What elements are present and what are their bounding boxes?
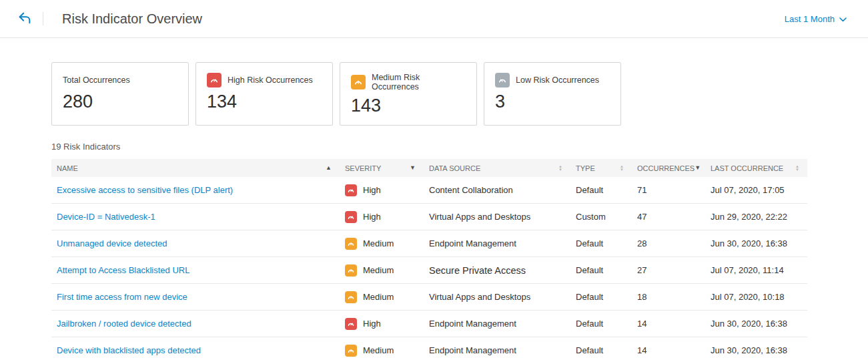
last-occurrence-cell: Jun 29, 2020, 22:22	[705, 212, 807, 222]
last-occurrence-cell: Jul 07, 2020, 10:18	[705, 292, 807, 302]
occurrences-cell: 28	[632, 238, 705, 248]
occurrences-cell: 18	[632, 292, 705, 302]
last-occurrence-cell: Jun 30, 2020, 16:38	[705, 238, 807, 248]
back-button[interactable]	[13, 7, 36, 30]
occurrences-cell: 14	[632, 319, 705, 329]
data-source-cell: Endpoint Management	[424, 238, 570, 248]
severity-label: High	[363, 185, 381, 195]
type-cell: Default	[570, 238, 632, 248]
gauge-medium-icon	[351, 75, 366, 89]
severity-label: High	[363, 319, 381, 329]
last-occurrence-cell: Jul 07, 2020, 11:14	[705, 265, 807, 275]
sort-descending-icon: ▼	[695, 165, 701, 171]
risk-indicator-link[interactable]: Excessive access to sensitive files (DLP…	[57, 185, 233, 195]
card-value: 143	[351, 96, 466, 116]
sort-ascending-icon: ▲	[326, 165, 332, 171]
severity-label: Medium	[363, 265, 394, 275]
data-source-cell: Endpoint Management	[424, 319, 570, 329]
type-cell: Default	[570, 185, 632, 195]
type-cell: Default	[570, 265, 632, 275]
risk-indicator-link[interactable]: Unmanaged device detected	[57, 238, 167, 248]
data-source-cell: Endpoint Management	[424, 345, 570, 355]
card-total-occurrences: Total Occurrences 280	[51, 62, 189, 126]
table-row: Unmanaged device detected Medium Endpoin…	[51, 230, 807, 257]
filter-dropdown-icon: ▼	[410, 165, 416, 171]
main-content: Total Occurrences 280 High Risk Occurren…	[0, 38, 868, 360]
column-header-name[interactable]: NAME ▲	[51, 159, 340, 177]
sort-icon: ▲▼	[795, 165, 799, 172]
data-source-cell: Virtual Apps and Desktops	[424, 292, 570, 302]
gauge-icon	[345, 345, 357, 357]
summary-cards: Total Occurrences 280 High Risk Occurren…	[51, 62, 868, 126]
occurrences-cell: 71	[632, 185, 705, 195]
risk-indicator-link[interactable]: Device with blacklisted apps detected	[57, 345, 201, 355]
severity-label: Medium	[363, 292, 394, 302]
last-occurrence-cell: Jun 30, 2020, 16:38	[705, 319, 807, 329]
occurrences-cell: 47	[632, 212, 705, 222]
sort-icon: ▲▼	[620, 165, 624, 172]
gauge-icon	[345, 318, 357, 330]
type-cell: Custom	[570, 212, 632, 222]
column-header-occurrences[interactable]: OCCURRENCES ▼	[632, 159, 705, 177]
gauge-icon	[345, 291, 357, 303]
card-high-risk-occurrences: High Risk Occurrences 134	[195, 62, 333, 126]
table-row: Attempt to Access Blacklisted URL Medium…	[51, 257, 807, 284]
column-header-last-occurrence[interactable]: LAST OCCURRENCE ▲▼	[705, 159, 807, 177]
gauge-icon	[345, 264, 357, 277]
divider	[43, 12, 43, 25]
card-value: 280	[63, 92, 177, 112]
time-filter-dropdown[interactable]: Last 1 Month	[779, 11, 852, 27]
data-source-cell: Virtual Apps and Desktops	[424, 212, 570, 222]
time-filter-label: Last 1 Month	[785, 14, 835, 24]
top-bar: Risk Indicator Overview Last 1 Month	[0, 0, 868, 38]
data-source-cell: Secure Private Access	[424, 265, 570, 276]
data-source-cell: Content Collaboration	[424, 185, 570, 195]
table-row: First time access from new device Medium…	[51, 284, 807, 311]
type-cell: Default	[570, 345, 632, 355]
card-label: High Risk Occurrences	[228, 75, 313, 85]
card-label: Medium Risk Occurrences	[372, 73, 466, 92]
table-row: Jailbroken / rooted device detected High…	[51, 311, 807, 337]
table-row: Device with blacklisted apps detected Me…	[51, 337, 807, 360]
risk-indicators-count: 19 Risk Indicators	[51, 142, 868, 152]
risk-indicator-link[interactable]: Device-ID = Nativedesk-1	[57, 212, 155, 222]
chevron-down-icon	[839, 14, 847, 24]
gauge-icon	[345, 211, 357, 223]
type-cell: Default	[570, 292, 632, 302]
table-header-row: NAME ▲ SEVERITY ▼ DATA SOURCE ▲▼ TYPE ▲▼…	[51, 159, 807, 177]
risk-indicator-link[interactable]: First time access from new device	[57, 292, 187, 302]
gauge-low-icon	[495, 73, 510, 87]
risk-indicator-link[interactable]: Attempt to Access Blacklisted URL	[57, 265, 189, 275]
card-value: 134	[207, 92, 322, 112]
card-label: Total Occurrences	[63, 75, 130, 85]
card-value: 3	[495, 92, 610, 112]
occurrences-cell: 14	[632, 345, 705, 355]
table-row: Excessive access to sensitive files (DLP…	[51, 177, 807, 204]
gauge-icon	[345, 184, 357, 196]
table-row: Device-ID = Nativedesk-1 High Virtual Ap…	[51, 204, 807, 230]
page-title: Risk Indicator Overview	[62, 11, 202, 27]
column-header-severity[interactable]: SEVERITY ▼	[340, 159, 424, 177]
last-occurrence-cell: Jul 07, 2020, 17:05	[705, 185, 807, 195]
back-arrow-icon	[17, 11, 32, 27]
card-medium-risk-occurrences: Medium Risk Occurrences 143	[340, 62, 477, 126]
gauge-high-icon	[207, 73, 222, 87]
sort-icon: ▲▼	[558, 165, 562, 172]
severity-label: High	[363, 212, 381, 222]
severity-label: Medium	[363, 345, 394, 355]
risk-indicator-link[interactable]: Jailbroken / rooted device detected	[57, 319, 191, 329]
card-label: Low Risk Occurrences	[516, 75, 599, 85]
column-header-type[interactable]: TYPE ▲▼	[570, 159, 632, 177]
risk-indicators-table: NAME ▲ SEVERITY ▼ DATA SOURCE ▲▼ TYPE ▲▼…	[51, 159, 807, 360]
gauge-icon	[345, 238, 357, 250]
occurrences-cell: 27	[632, 265, 705, 275]
card-low-risk-occurrences: Low Risk Occurrences 3	[484, 62, 621, 126]
severity-label: Medium	[363, 238, 394, 248]
type-cell: Default	[570, 319, 632, 329]
column-header-data-source[interactable]: DATA SOURCE ▲▼	[424, 159, 570, 177]
last-occurrence-cell: Jun 30, 2020, 16:38	[705, 345, 807, 355]
